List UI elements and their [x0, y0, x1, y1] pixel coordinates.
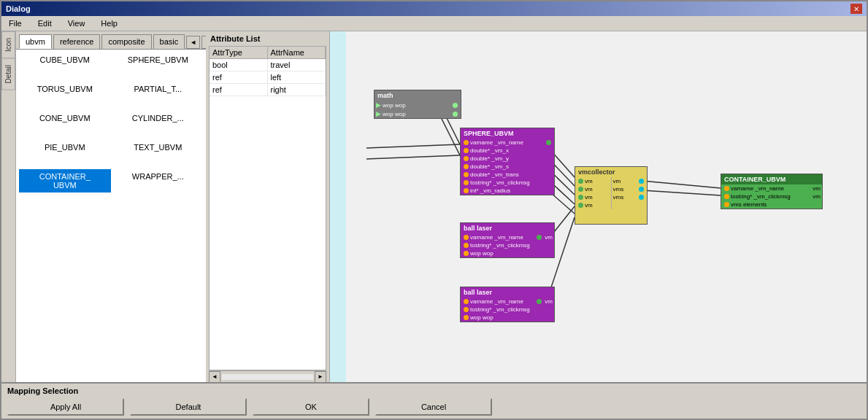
tab-basic[interactable]: basic: [153, 34, 185, 49]
node-math[interactable]: math ▶ wop wop ▶ wop wop: [374, 90, 461, 119]
attr-row-0: bool travel: [210, 59, 326, 71]
node-container-port-2: vms elements: [721, 201, 822, 209]
svg-line-11: [366, 144, 460, 148]
list-item-cylinder[interactable]: CYLINDER_...: [112, 111, 204, 125]
main-content: Icon Detail ubvm reference composite bas…: [1, 31, 867, 382]
node-sphere-port-6: int* _vm_radius: [461, 187, 554, 195]
graph-canvas: math ▶ wop wop ▶ wop wop SPHERE_UBVM: [330, 31, 867, 382]
node-vmcollector-out-0: vm: [612, 177, 648, 185]
node-vmcollector[interactable]: vmcollector vm vm: [575, 166, 648, 225]
tabs-row: ubvm reference composite basic ◄ ►: [16, 31, 218, 50]
attr-type-2: ref: [210, 84, 268, 96]
scroll-h-track[interactable]: [222, 374, 313, 380]
node-vmcollector-in-0: vm: [575, 177, 611, 185]
list-item-cone[interactable]: CONE_UBVM: [19, 111, 111, 125]
attr-scrollbar-h: ◄ ►: [209, 370, 326, 382]
node-ball-laser-2[interactable]: ball laser varname _vm_name vm tostring*…: [460, 287, 555, 322]
ok-button[interactable]: OK: [253, 398, 369, 416]
attr-type-1: ref: [210, 71, 268, 83]
mapping-label: Mapping Selection: [7, 386, 861, 395]
node-sphere-port-1: double* _vm_x: [461, 147, 554, 155]
svg-line-12: [366, 155, 460, 159]
apply-all-button[interactable]: Apply All: [7, 398, 124, 416]
node-ball-laser-1-port-2: wop wop: [461, 249, 554, 257]
menu-edit[interactable]: Edit: [34, 18, 56, 29]
items-list: CUBE_UBVM SPHERE_UBVM TORUS_UBVM PARTIAL…: [16, 50, 207, 382]
node-sphere-ubvm[interactable]: SPHERE_UBVM varname _vm_name double* _vm…: [460, 128, 555, 195]
node-ball-laser-2-port-1: tostring* _vm_clickmsg: [461, 306, 554, 314]
graph-area[interactable]: math ▶ wop wop ▶ wop wop SPHERE_UBVM: [330, 31, 867, 382]
list-item-sphere[interactable]: SPHERE_UBVM: [112, 52, 204, 67]
node-sphere-header: SPHERE_UBVM: [461, 128, 554, 139]
cancel-button[interactable]: Cancel: [375, 398, 492, 416]
vertical-tab-detail[interactable]: Detail: [1, 58, 15, 90]
node-ball-laser-1-port-0: varname _vm_name vm: [461, 233, 554, 241]
default-button[interactable]: Default: [130, 398, 247, 416]
node-container-port-1: tostring* _vm_clickmsg vm: [721, 192, 822, 201]
node-vmcollector-out-1: vms: [612, 185, 648, 193]
svg-line-7: [642, 181, 721, 188]
node-math-header: math: [375, 90, 461, 101]
node-ball-laser-2-port-2: wop wop: [461, 314, 554, 322]
node-sphere-port-5: tostring* _vm_clickmsg: [461, 179, 554, 187]
attr-col-name: AttrName: [268, 47, 326, 58]
tab-nav-prev[interactable]: ◄: [186, 36, 200, 49]
node-sphere-port-4: double* _vm_trans: [461, 171, 554, 179]
node-ball-laser-1-header: ball laser: [461, 223, 554, 233]
node-sphere-port-0: varname _vm_name: [461, 139, 554, 147]
svg-line-1: [441, 117, 460, 155]
node-container-port-0: varname _vm_name vm: [721, 184, 822, 192]
vertical-tabs: Icon Detail: [1, 31, 16, 382]
bottom-bar: Mapping Selection Apply All Default OK C…: [1, 382, 867, 419]
highlight-column: [330, 31, 346, 382]
attr-row-2: ref right: [210, 84, 326, 96]
attr-type-0: bool: [210, 59, 268, 71]
action-buttons: Apply All Default OK Cancel: [7, 398, 861, 416]
node-container-header: CONTAINER_UBVM: [721, 174, 822, 184]
sidebar-container: Icon Detail ubvm reference composite bas…: [1, 31, 206, 382]
node-ball-laser-2-port-0: varname _vm_name vm: [461, 298, 554, 306]
node-vmcollector-in-1: vm: [575, 185, 611, 193]
menu-file[interactable]: File: [4, 18, 26, 29]
node-ball-laser-2-header: ball laser: [461, 287, 554, 298]
attr-col-type: AttrType: [210, 47, 268, 58]
scroll-left-btn[interactable]: ◄: [209, 371, 220, 383]
svg-line-8: [642, 190, 721, 195]
node-vmcollector-in-3: vm: [575, 201, 611, 209]
main-window: Dialog ✕ File Edit View Help Icon Detail…: [0, 0, 868, 420]
list-item-container[interactable]: CONTAINER_UBVM: [19, 169, 111, 192]
node-vmcollector-out-2: vms: [612, 193, 648, 201]
node-math-port-0: ▶ wop wop: [375, 101, 461, 109]
node-ball-laser-1-port-1: tostring* _vm_clickmsg: [461, 241, 554, 249]
attr-name-0: travel: [268, 59, 326, 71]
tab-ubvm[interactable]: ubvm: [19, 34, 52, 49]
tab-reference[interactable]: reference: [53, 34, 100, 49]
menu-help[interactable]: Help: [96, 18, 122, 29]
attr-table-header: AttrType AttrName: [210, 47, 326, 59]
node-ball-laser-1[interactable]: ball laser varname _vm_name vm tostring*…: [460, 222, 555, 258]
list-item-pie[interactable]: PIE_UBVM: [19, 140, 111, 155]
menu-bar: File Edit View Help: [1, 16, 867, 31]
list-item-torus[interactable]: TORUS_UBVM: [19, 82, 111, 96]
node-vmcollector-in-2: vm: [575, 193, 611, 201]
close-button[interactable]: ✕: [850, 4, 862, 14]
attr-name-1: left: [268, 71, 326, 83]
node-sphere-port-3: double* _vm_s: [461, 163, 554, 171]
left-panel: ubvm reference composite basic ◄ ► CUBE_…: [16, 31, 218, 382]
attr-row-1: ref left: [210, 71, 326, 84]
tab-composite[interactable]: composite: [101, 34, 151, 49]
list-item-partial[interactable]: PARTIAL_T...: [112, 82, 204, 96]
attr-panel: Attribute List AttrType AttrName bool tr…: [206, 31, 330, 382]
list-item-text[interactable]: TEXT_UBVM: [112, 140, 204, 155]
node-math-port-1: ▶ wop wop: [375, 109, 461, 118]
window-title: Dialog: [6, 4, 31, 13]
attr-table: AttrType AttrName bool travel ref left r…: [209, 46, 326, 370]
node-container-ubvm[interactable]: CONTAINER_UBVM varname _vm_name vm tostr…: [721, 174, 823, 209]
list-item-cube[interactable]: CUBE_UBVM: [19, 52, 111, 67]
vertical-tab-icon[interactable]: Icon: [1, 31, 15, 58]
list-item-wrapper[interactable]: WRAPPER_...: [112, 169, 204, 192]
attr-name-2: right: [268, 84, 326, 96]
scroll-right-btn[interactable]: ►: [315, 371, 326, 383]
menu-view[interactable]: View: [64, 18, 90, 29]
title-bar: Dialog ✕: [1, 1, 867, 16]
